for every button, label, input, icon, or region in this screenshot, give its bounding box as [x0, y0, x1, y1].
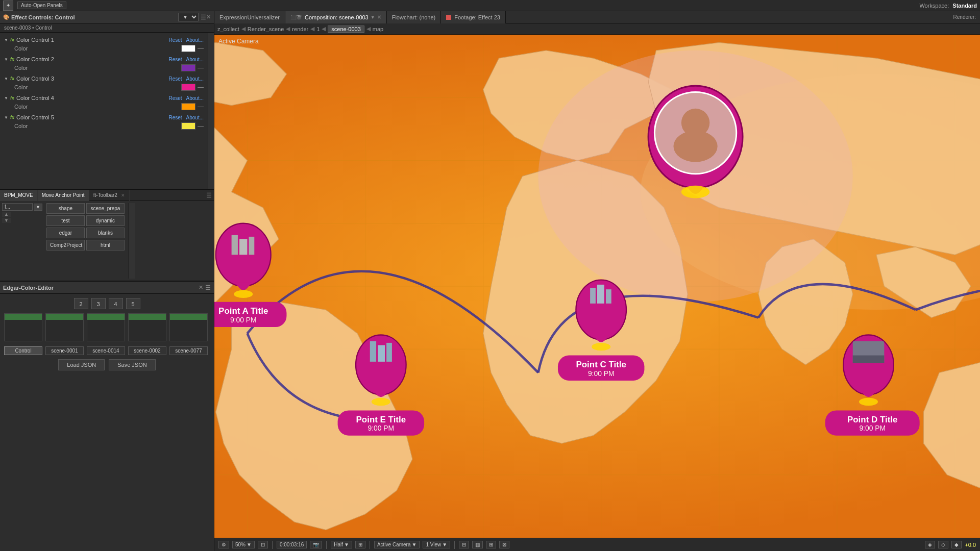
color-dash-2[interactable]: — [198, 64, 204, 71]
color-swatch-4[interactable] [181, 103, 195, 110]
tool-btn-comp2project[interactable]: Comp2Project [46, 240, 85, 251]
transfer-mode-btn[interactable]: ⊟ [459, 541, 469, 548]
grid-btn[interactable]: ⊞ [486, 541, 496, 548]
tab-move-anchor-point[interactable]: Move Anchor Point [38, 190, 89, 201]
tab-ft-toolbar2[interactable]: ft-Toolbar2 ✕ [89, 190, 130, 201]
color-dash-4[interactable]: — [198, 103, 204, 110]
about-btn-3[interactable]: About... [186, 76, 204, 82]
comp-dropdown-arrow[interactable]: ▼ [371, 11, 375, 23]
scene-thumb-0002[interactable] [128, 313, 166, 341]
resolution-btn[interactable]: ⊞ [355, 541, 365, 548]
color-dash-1[interactable]: — [198, 45, 204, 52]
panel-close-btn[interactable]: ✕ [206, 14, 211, 20]
about-btn-5[interactable]: About... [186, 115, 204, 120]
tab-ft-toolbar2-close[interactable]: ✕ [121, 193, 125, 198]
active-camera-select-btn[interactable]: Active Camera ▼ [374, 541, 420, 548]
tool-btn-html[interactable]: html [86, 240, 125, 251]
zoom-select-btn[interactable]: 50% ▼ [232, 541, 255, 548]
scene-label-0077[interactable]: scene-0077 [169, 346, 208, 355]
scene-thumb-0001[interactable] [45, 313, 84, 341]
breadcrumb-scene-0003[interactable]: scene-0003 [328, 26, 364, 33]
effect-controls-scrollbar[interactable] [208, 33, 214, 189]
color-control-5-name: Color Control 5 [16, 114, 168, 120]
color-control-2-header[interactable]: ▼ fx Color Control 2 Reset About... [0, 55, 208, 63]
tool-btn-test[interactable]: test [46, 215, 85, 226]
scene-thumb-0014[interactable] [87, 313, 125, 341]
tool-btn-blanks[interactable]: blanks [86, 228, 125, 238]
breadcrumb-z-collect[interactable]: z_collect [217, 26, 239, 32]
tab-bpm-move[interactable]: BPM_MOVE [0, 190, 38, 201]
scroll-down-arrow[interactable]: ▼ [2, 218, 11, 223]
scene-labels: Control scene-0001 scene-0014 scene-0002… [4, 346, 210, 355]
color-swatch-1[interactable] [181, 45, 195, 52]
render-btn[interactable]: ▥ [472, 541, 483, 548]
breadcrumb-map[interactable]: map [373, 26, 383, 32]
page-btn-2[interactable]: 2 [74, 298, 88, 309]
color-swatch-3[interactable] [181, 84, 195, 91]
color-dash-5[interactable]: — [198, 122, 204, 130]
breadcrumb-1[interactable]: 1 [316, 26, 320, 32]
color-swatch-5[interactable] [181, 122, 195, 130]
color-control-5-group: ▼ fx Color Control 5 Reset About... Colo… [0, 112, 208, 132]
tab-footage[interactable]: Footage: Effect 23 [441, 11, 506, 23]
scene-label-0001[interactable]: scene-0001 [45, 346, 84, 355]
fit-frame-btn[interactable]: ⊡ [258, 541, 268, 548]
color-control-5-header[interactable]: ▼ fx Color Control 5 Reset About... [0, 113, 208, 121]
page-btn-3[interactable]: 3 [91, 298, 106, 309]
tool-btn-scene-prepa[interactable]: scene_prepa [86, 203, 125, 214]
scene-label-0014[interactable]: scene-0014 [87, 346, 125, 355]
save-json-btn[interactable]: Save JSON [109, 359, 155, 370]
toolbar-scrollbar[interactable] [129, 203, 135, 279]
reset-btn-2[interactable]: Reset [168, 57, 182, 62]
3d-mode-btn[interactable]: ◆ [951, 541, 962, 548]
quality-select-btn[interactable]: Half ▼ [331, 541, 352, 548]
effect-controls-dropdown[interactable]: ▼ [178, 13, 199, 21]
scene-label-0002[interactable]: scene-0002 [128, 346, 166, 355]
view-count-btn[interactable]: 1 View ▼ [423, 541, 450, 548]
breadcrumb-render-scene[interactable]: Render_scene [248, 26, 284, 32]
about-btn-4[interactable]: About... [186, 95, 204, 101]
tool-btn-edgar[interactable]: edgar [46, 228, 85, 238]
tool-btn-dynamic[interactable]: dynamic [86, 215, 125, 226]
load-json-btn[interactable]: Load JSON [58, 359, 105, 370]
edgar-close-btn[interactable]: ✕ [199, 284, 203, 291]
color-row-4: Color — [0, 102, 208, 111]
tab-composition-scene-0003[interactable]: ⬛🎬 Composition: scene-0003 ▼ ✕ [285, 11, 387, 23]
tab-flowchart[interactable]: Flowchart: (none) [387, 11, 442, 23]
breadcrumb-render[interactable]: render [292, 26, 308, 32]
tab-expression-universalizer[interactable]: ExpressionUniversalizer [214, 11, 285, 23]
draft-mode-btn[interactable]: ◇ [938, 541, 948, 548]
color-control-3-header[interactable]: ▼ fx Color Control 3 Reset About... [0, 74, 208, 83]
scroll-up-arrow[interactable]: ▲ [2, 212, 11, 217]
reset-btn-3[interactable]: Reset [168, 76, 182, 82]
composition-view: Point A Title 9:00 PM Point B Title 9:00… [214, 35, 980, 538]
color-swatch-2[interactable] [181, 64, 195, 71]
color-dash-3[interactable]: — [198, 84, 204, 91]
scene-thumb-control[interactable] [4, 313, 42, 341]
motion-blur-btn[interactable]: ◈ [925, 541, 935, 548]
reset-btn-1[interactable]: Reset [168, 37, 182, 43]
fx-icon-4: fx [10, 95, 14, 101]
page-btn-5[interactable]: 5 [126, 298, 140, 309]
comp-settings-btn[interactable]: ⚙ [218, 541, 229, 548]
toolbar-menu-icon[interactable]: ☰ [206, 192, 212, 199]
toolbar-filter-dropdown-btn[interactable]: ▼ [34, 204, 42, 211]
page-btn-4[interactable]: 4 [109, 298, 123, 309]
auto-open-panels-btn[interactable]: Auto-Open Panels [17, 2, 66, 9]
tool-btn-shape[interactable]: shape [46, 203, 85, 214]
about-btn-1[interactable]: About... [186, 37, 204, 43]
panel-menu-icon[interactable]: ☰ [201, 14, 206, 21]
mask-btn[interactable]: ⊠ [499, 541, 509, 548]
reset-btn-4[interactable]: Reset [168, 95, 182, 101]
camera-btn[interactable]: 📷 [310, 541, 322, 548]
color-control-1-header[interactable]: ▼ fx Color Control 1 Reset About... [0, 36, 208, 44]
tab-comp-close[interactable]: ✕ [377, 11, 381, 23]
toolbar-filter-input[interactable] [2, 203, 33, 211]
color-control-4-header[interactable]: ▼ fx Color Control 4 Reset About... [0, 94, 208, 102]
timecode-btn[interactable]: 0:00:03:16 [277, 541, 307, 548]
about-btn-2[interactable]: About... [186, 57, 204, 62]
scene-thumb-0077[interactable] [169, 313, 208, 341]
edgar-menu-icon[interactable]: ☰ [205, 284, 211, 291]
scene-label-control[interactable]: Control [4, 346, 42, 355]
reset-btn-5[interactable]: Reset [168, 115, 182, 120]
